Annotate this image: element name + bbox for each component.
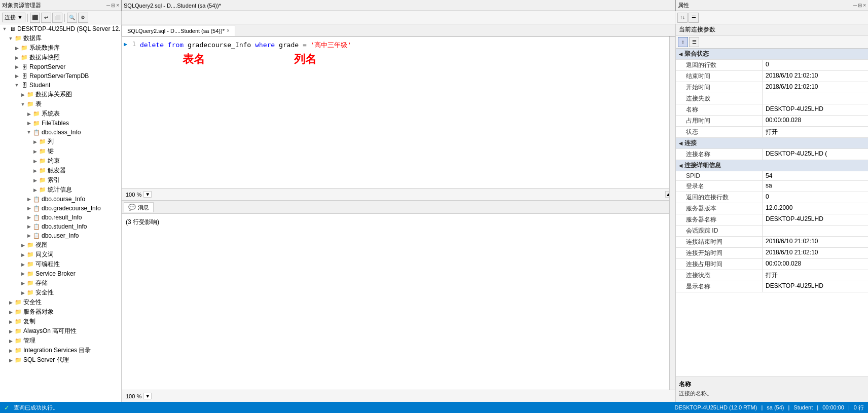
props-section-header[interactable]: ◀聚合状态 [676, 49, 868, 60]
toolbar-btn-2[interactable]: ↩ [41, 13, 51, 23]
right-toolbar-btn-1[interactable]: ↑↓ [677, 13, 688, 23]
tree-expander[interactable]: ▶ [7, 348, 14, 353]
tree-item[interactable]: ▼📁表 [0, 99, 121, 109]
tree-item[interactable]: ▶📋dbo.user_Info [0, 231, 121, 240]
tree-expander[interactable]: ▶ [19, 281, 26, 286]
tree-item[interactable]: ▶📁列 [0, 137, 121, 146]
props-cat-btn[interactable]: ☰ [689, 37, 699, 47]
tree-expander[interactable]: ▶ [13, 73, 20, 79]
tree-item[interactable]: ▶📁统计信息 [0, 185, 121, 195]
status-server: DESKTOP-4U25LHD (12.0 RTM) [675, 404, 757, 410]
tree-item[interactable]: ▶📁数据库关系图 [0, 90, 121, 99]
tree-item[interactable]: ▶📁FileTables [0, 119, 121, 128]
tree-expander[interactable]: ▶ [19, 252, 26, 257]
tree-item[interactable]: ▶📁系统数据库 [0, 43, 121, 53]
tree-expander[interactable]: ▶ [25, 224, 32, 229]
tree-expander[interactable]: ▶ [19, 262, 26, 267]
tree-expander[interactable]: ▶ [31, 139, 39, 144]
toolbar-btn-1[interactable]: ⬛ [30, 13, 40, 23]
tree-expander[interactable]: ▶ [31, 178, 39, 183]
tree-item[interactable]: ▶📋dbo.result_Info [0, 213, 121, 222]
tree-expander[interactable]: ▶ [31, 149, 39, 154]
props-sort-btn[interactable]: ↕ [678, 37, 688, 47]
tree-item[interactable]: ▶📁同义词 [0, 250, 121, 259]
tree-expander[interactable]: ▼ [1, 26, 8, 31]
tree-item[interactable]: ▶📁管理 [0, 336, 121, 346]
tree-item[interactable]: ▶📁键 [0, 146, 121, 156]
tree-expander[interactable]: ▶ [25, 233, 32, 238]
tree-item[interactable]: ▶📁复制 [0, 317, 121, 326]
tree-expander[interactable]: ▶ [13, 64, 20, 69]
tree-item[interactable]: ▶📋dbo.course_Info [0, 195, 121, 204]
tree-item[interactable]: ▶📁SQL Server 代理 [0, 355, 121, 365]
tree-item[interactable]: ▶📁Integration Services 目录 [0, 346, 121, 355]
messages-tab[interactable]: 💬 消息 [124, 202, 154, 212]
tree-item[interactable]: ▶📁可编程性 [0, 259, 121, 269]
results-zoom-dropdown[interactable]: ▼ [143, 393, 152, 399]
tree-expander[interactable]: ▶ [7, 300, 14, 305]
right-pin-icon[interactable]: ─ [853, 3, 857, 8]
tree-item[interactable]: ▶📁视图 [0, 240, 121, 250]
toolbar-btn-5[interactable]: ⚙ [78, 13, 88, 23]
tree-item[interactable]: ▶📁数据库快照 [0, 53, 121, 62]
props-section-header[interactable]: ◀连接详细信息 [676, 160, 868, 171]
tree-item[interactable]: ▶📋dbo.gradecourse_Info [0, 204, 121, 213]
tree-item[interactable]: ▶📁服务器对象 [0, 307, 121, 317]
tree-item[interactable]: ▶📁安全性 [0, 288, 121, 297]
props-section-header[interactable]: ◀连接 [676, 138, 868, 149]
tree-item[interactable]: ▶📁AlwaysOn 高可用性 [0, 326, 121, 336]
tree-item[interactable]: ▶📋dbo.student_Info [0, 222, 121, 231]
tree-item[interactable]: ▼📋dbo.class_Info [0, 128, 121, 137]
tree-expander[interactable]: ▶ [7, 339, 14, 344]
tree-item[interactable]: ▶📁存储 [0, 278, 121, 288]
tree-expander[interactable]: ▶ [31, 168, 39, 173]
tree-expander[interactable]: ▶ [25, 121, 32, 126]
tree-expander[interactable]: ▶ [25, 206, 32, 211]
tree-expander[interactable]: ▼ [25, 130, 32, 135]
toolbar-btn-3[interactable]: ⬜ [52, 13, 62, 23]
tree-expander[interactable]: ▶ [19, 92, 26, 97]
tree-expander[interactable]: ▶ [25, 215, 32, 220]
tree-expander[interactable]: ▶ [13, 55, 20, 60]
right-close-icon[interactable]: × [863, 3, 866, 8]
tree-expander[interactable]: ▶ [19, 243, 26, 248]
tree-expander[interactable]: ▶ [31, 159, 39, 164]
editor-zoom-dropdown[interactable]: ▼ [143, 191, 152, 198]
tree-item[interactable]: ▶📁Service Broker [0, 269, 121, 278]
tree-expander[interactable]: ▼ [13, 83, 20, 88]
tree-expander[interactable]: ▶ [7, 310, 14, 315]
query-panel-scrollbar[interactable] [669, 36, 675, 390]
tree-expander[interactable]: ▶ [19, 290, 26, 295]
tree-item[interactable]: ▶📁索引 [0, 175, 121, 185]
query-tab[interactable]: SQLQuery2.sql - D....Student (sa (54))* … [122, 25, 235, 36]
tree-item[interactable]: ▶📁安全性 [0, 297, 121, 307]
tree-expander[interactable]: ▼ [19, 102, 26, 107]
tree-item[interactable]: ▼🗄Student [0, 81, 121, 90]
tree-expander[interactable]: ▶ [25, 111, 32, 117]
toolbar-btn-4[interactable]: 🔍 [67, 13, 77, 23]
tree-expander[interactable]: ▶ [31, 187, 39, 193]
tree-expander[interactable]: ▶ [13, 46, 20, 51]
prop-name: 服务器名称 [676, 214, 763, 226]
tree-expander[interactable]: ▶ [7, 358, 14, 363]
pin-icon[interactable]: ─ [106, 3, 110, 8]
tree-item[interactable]: ▼🖥DESKTOP-4U25LHD (SQL Server 12. [0, 24, 121, 33]
tree-expander[interactable]: ▶ [25, 197, 32, 202]
tree-item[interactable]: ▶📁约束 [0, 156, 121, 166]
right-toolbar-btn-2[interactable]: ☰ [689, 13, 699, 23]
tree-expander[interactable]: ▶ [7, 319, 14, 324]
sql-editor[interactable]: ▶ 1 delete from gradecourse_Info where g… [122, 36, 675, 189]
tree-item[interactable]: ▶📁触发器 [0, 166, 121, 175]
tree-item[interactable]: ▶📁系统表 [0, 109, 121, 119]
tree-expander[interactable]: ▼ [7, 36, 14, 41]
right-pin2-icon[interactable]: ⊟ [858, 3, 862, 8]
tree-expander[interactable]: ▶ [19, 271, 26, 276]
pin2-icon[interactable]: ⊟ [111, 3, 115, 8]
query-tab-close[interactable]: × [227, 28, 230, 33]
tree-item[interactable]: ▼📁数据库 [0, 33, 121, 43]
connect-button[interactable]: 连接 ▼ [2, 13, 25, 22]
tree-item[interactable]: ▶🗄ReportServer [0, 62, 121, 71]
tree-item[interactable]: ▶🗄ReportServerTempDB [0, 71, 121, 81]
tree-expander[interactable]: ▶ [7, 329, 14, 334]
close-panel-icon[interactable]: × [116, 3, 119, 8]
